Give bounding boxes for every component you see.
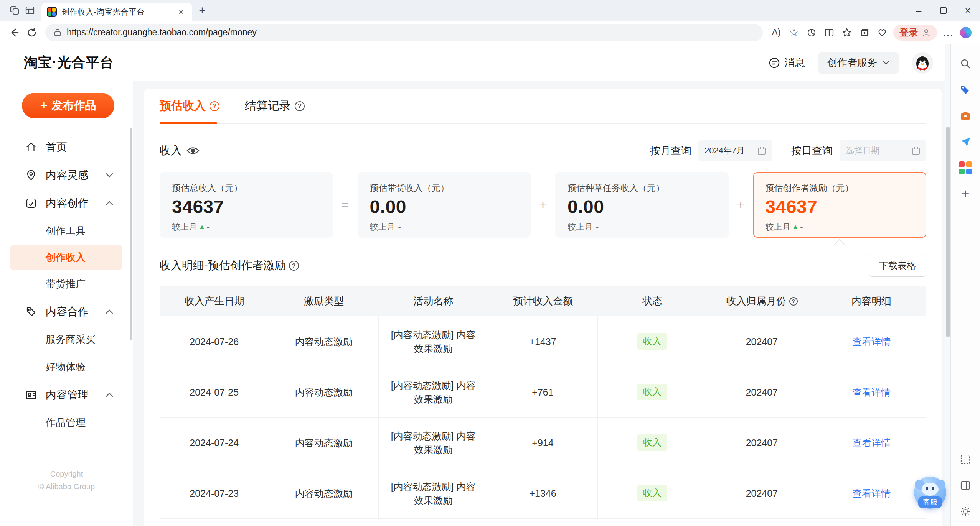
close-button[interactable]: × xyxy=(955,0,980,21)
tag-icon xyxy=(25,306,37,318)
copilot-icon[interactable] xyxy=(957,24,975,41)
tab-label: 预估收入 xyxy=(160,98,206,114)
sidebar-item-label: 服务商采买 xyxy=(46,333,96,346)
sidebar-item-works-management[interactable]: 作品管理 xyxy=(0,409,133,436)
address-bar[interactable]: https://creator.guanghe.taobao.com/page/… xyxy=(45,24,763,41)
status-badge: 收入 xyxy=(637,485,667,501)
month-picker[interactable]: 2024年7月 xyxy=(698,140,772,161)
day-picker-placeholder: 选择日期 xyxy=(846,145,879,156)
cell-status: 收入 xyxy=(598,418,707,468)
scrollbar-thumb[interactable] xyxy=(946,127,950,337)
tab-title: 创作收入-淘宝光合平台 xyxy=(61,7,171,17)
favorite-star-icon[interactable]: ☆ xyxy=(785,24,803,41)
sidebar-item-label: 作品管理 xyxy=(46,416,86,429)
stat-card-total-income[interactable]: 预估总收入（元） 34637 较上月▲- xyxy=(160,172,333,238)
eye-icon[interactable] xyxy=(186,146,200,155)
column-header: 活动名称 xyxy=(379,286,488,316)
view-details-link[interactable]: 查看详情 xyxy=(852,487,891,500)
vertical-tabs-icon[interactable] xyxy=(22,3,38,18)
sidebar-item-product-trial[interactable]: 好物体验 xyxy=(0,353,133,381)
cell-month: 202407 xyxy=(707,468,817,518)
sidebar-scrollbar[interactable] xyxy=(130,128,132,340)
browser-essentials-icon[interactable] xyxy=(873,24,891,41)
sidebar-item-content-cooperation[interactable]: 内容合作 xyxy=(0,298,133,325)
favorites-bar-icon[interactable] xyxy=(838,24,856,41)
chevron-down-icon xyxy=(106,173,113,178)
creator-service-dropdown[interactable]: 创作者服务 xyxy=(818,52,899,74)
tools-icon[interactable] xyxy=(958,108,973,123)
shopping-icon[interactable] xyxy=(958,82,973,97)
browser-tab[interactable]: 创作收入-淘宝光合平台 × xyxy=(41,3,192,21)
stat-card-sales-income[interactable]: 预估带货收入（元） 0.00 较上月- xyxy=(358,172,531,238)
message-icon xyxy=(768,57,780,69)
sidebar-item-promotion[interactable]: 带货推广 xyxy=(0,270,133,298)
plus-icon: + xyxy=(40,99,48,112)
view-details-link[interactable]: 查看详情 xyxy=(852,385,891,399)
help-icon[interactable]: ? xyxy=(789,297,798,306)
help-icon[interactable]: ? xyxy=(295,101,305,111)
cell-type: 内容动态激励 xyxy=(269,367,378,417)
cell-date: 2024-07-26 xyxy=(160,316,269,367)
help-icon[interactable]: ? xyxy=(210,101,219,111)
url-text[interactable]: https://creator.guanghe.taobao.com/page/… xyxy=(67,27,257,38)
login-button[interactable]: 登录 xyxy=(893,25,937,41)
site-header: 淘宝·光合平台 消息 创作者服务 xyxy=(0,44,945,81)
cell-date: 2024-07-24 xyxy=(160,418,269,468)
copyright: Copyright © Alibaba Group xyxy=(0,468,133,493)
tab-estimated-income[interactable]: 预估收入 ? xyxy=(160,98,219,114)
income-section-title: 收入 xyxy=(160,143,200,158)
help-icon[interactable]: ? xyxy=(289,261,299,271)
messages-button[interactable]: 消息 xyxy=(768,56,805,70)
refresh-icon[interactable] xyxy=(23,24,41,41)
add-sidebar-item-icon[interactable]: + xyxy=(958,186,973,202)
sidebar-item-inspiration[interactable]: 内容灵感 xyxy=(0,161,133,189)
user-avatar[interactable] xyxy=(912,52,933,74)
chevron-down-icon xyxy=(883,61,889,65)
view-details-link[interactable]: 查看详情 xyxy=(852,436,891,450)
view-details-link[interactable]: 查看详情 xyxy=(852,335,891,348)
stat-card-creator-incentive[interactable]: 预估创作者激励（元） 34637 较上月▲- xyxy=(753,172,927,238)
screenshot-icon[interactable] xyxy=(958,452,973,467)
sidebar-item-content-management[interactable]: 内容管理 xyxy=(0,381,133,409)
collections-icon[interactable] xyxy=(856,24,873,41)
tab-settlement-records[interactable]: 结算记录 ? xyxy=(245,98,305,114)
plus-operator: + xyxy=(729,172,753,238)
customer-service-widget[interactable]: 客服 xyxy=(914,477,946,509)
settings-more-icon[interactable]: … xyxy=(939,24,957,41)
sidebar-item-label: 内容灵感 xyxy=(46,168,89,182)
site-logo[interactable]: 淘宝·光合平台 xyxy=(24,53,114,72)
status-badge: 收入 xyxy=(637,333,667,350)
read-aloud-icon[interactable]: A) xyxy=(767,24,785,41)
settings-gear-icon[interactable] xyxy=(958,504,973,519)
stat-card-task-income[interactable]: 预估种草任务收入（元） 0.00 较上月- xyxy=(555,172,729,238)
day-picker[interactable]: 选择日期 xyxy=(840,140,926,161)
page-scrollbar[interactable] xyxy=(945,44,950,526)
split-view-icon[interactable] xyxy=(958,478,973,493)
sidebar-item-label: 首页 xyxy=(46,140,67,155)
apps-icon[interactable] xyxy=(958,160,973,176)
table-header-row: 收入产生日期 激励类型 活动名称 预计收入金额 状态 收入归属月份 ? 内容明细 xyxy=(160,286,926,316)
split-screen-icon[interactable] xyxy=(820,24,838,41)
download-table-button[interactable]: 下载表格 xyxy=(869,255,926,277)
month-query-label: 按月查询 xyxy=(650,144,691,158)
site-info-lock-icon[interactable] xyxy=(54,28,61,37)
sidebar-search-icon[interactable] xyxy=(958,56,973,71)
tab-close-icon[interactable]: × xyxy=(176,7,186,17)
sidebar-item-service-purchase[interactable]: 服务商采买 xyxy=(0,325,133,353)
publish-work-button[interactable]: + 发布作品 xyxy=(22,93,114,118)
sidebar-item-creation-income[interactable]: 创作收入 xyxy=(10,245,122,270)
extensions-icon[interactable] xyxy=(803,24,820,41)
sidebar-item-content-creation[interactable]: 内容创作 xyxy=(0,189,133,217)
send-icon[interactable] xyxy=(958,134,973,150)
profile-icon xyxy=(922,28,931,37)
maximize-button[interactable] xyxy=(931,0,955,21)
cell-detail: 查看详情 xyxy=(817,367,926,417)
new-tab-button[interactable]: + xyxy=(194,2,210,18)
sidebar-item-home[interactable]: 首页 xyxy=(0,133,133,161)
column-header: 状态 xyxy=(598,286,707,316)
workspaces-icon[interactable] xyxy=(7,3,22,18)
creator-service-label: 创作者服务 xyxy=(827,56,877,69)
minimize-button[interactable]: – xyxy=(906,0,931,21)
sidebar-item-creation-tools[interactable]: 创作工具 xyxy=(0,217,133,245)
back-icon[interactable] xyxy=(5,24,23,41)
